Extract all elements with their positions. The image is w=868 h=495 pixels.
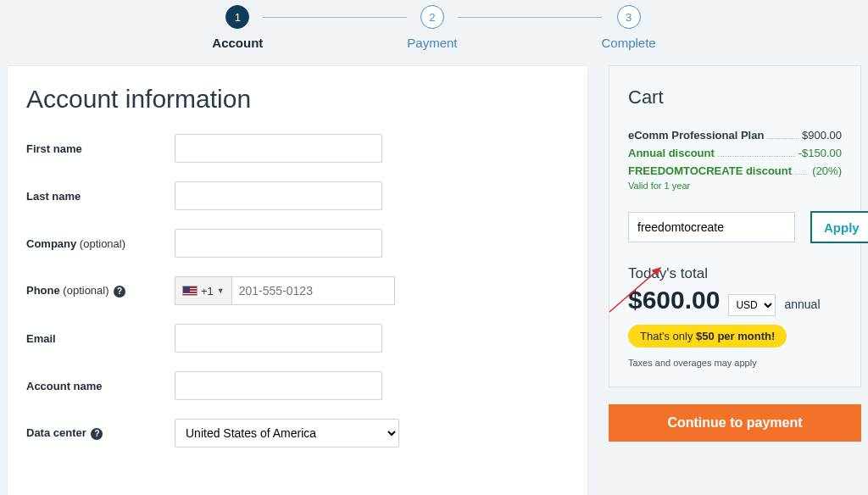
email-row: Email [26,324,569,353]
step-label: Payment [407,36,457,50]
email-input[interactable] [175,324,382,353]
first-name-input[interactable] [175,134,382,163]
promo-row: Apply [628,211,842,243]
first-name-label: First name [26,142,175,155]
company-optional: (optional) [76,237,125,250]
promo-discount-value: (20%) [812,164,842,177]
company-label-text: Company [26,237,76,250]
account-form-panel: Account information First name Last name… [7,65,588,495]
step-number: 2 [420,5,444,29]
monthly-badge: That's only $50 per month! [628,325,787,348]
account-name-input[interactable] [175,371,382,400]
phone-label: Phone (optional) ? [26,284,175,298]
data-center-label-text: Data center [26,426,86,439]
phone-group: +1 ▼ [175,276,370,305]
total-row: $600.00 USD annual [628,286,842,316]
step-complete[interactable]: 3 Complete [602,5,656,50]
cart-heading: Cart [628,86,842,108]
plan-line: eComm Professional Plan $900.00 [628,129,842,142]
currency-select[interactable]: USD [728,294,776,316]
account-name-label: Account name [26,380,175,392]
total-amount: $600.00 [628,286,720,314]
phone-country-selector[interactable]: +1 ▼ [175,276,232,305]
dotted-fill [767,129,798,139]
company-row: Company (optional) [26,229,569,258]
help-icon[interactable]: ? [91,428,103,440]
annual-discount-line: Annual discount -$150.00 [628,147,842,159]
promo-code-input[interactable] [628,212,795,242]
phone-optional: (optional) [60,284,109,297]
apply-button[interactable]: Apply [810,211,868,243]
promo-valid-note: Valid for 1 year [628,181,842,191]
total-label: Today's total [628,265,842,282]
phone-input[interactable] [232,276,395,305]
email-label: Email [26,332,175,345]
last-name-input[interactable] [175,181,382,210]
annual-discount-value: -$150.00 [798,147,842,159]
step-label: Complete [602,36,656,50]
tax-note: Taxes and overages may apply [628,358,842,368]
company-label: Company (optional) [26,237,175,250]
step-payment[interactable]: 2 Payment [407,5,457,50]
first-name-row: First name [26,134,569,163]
annual-discount-label: Annual discount [628,147,715,159]
phone-label-text: Phone [26,284,60,297]
billing-period: annual [784,298,820,311]
plan-label: eComm Professional Plan [628,129,764,142]
step-connector [263,17,407,18]
page-title: Account information [26,85,569,114]
account-name-row: Account name [26,371,569,400]
dotted-fill [795,164,809,175]
step-number: 3 [617,5,641,29]
help-icon[interactable]: ? [114,286,125,298]
badge-bold: $50 per month! [696,330,775,342]
chevron-down-icon: ▼ [217,286,225,295]
cart-panel: Cart eComm Professional Plan $900.00 Ann… [609,65,861,387]
phone-row: Phone (optional) ? +1 ▼ [26,276,569,305]
continue-button[interactable]: Continue to payment [609,404,861,442]
data-center-row: Data center ? United States of America [26,419,569,448]
plan-price: $900.00 [802,129,842,142]
dotted-fill [718,147,795,157]
company-input[interactable] [175,229,382,258]
step-label: Account [212,36,263,50]
promo-discount-line: FREEDOMTOCREATE discount (20%) [628,164,842,177]
step-number: 1 [225,5,249,29]
last-name-label: Last name [26,190,175,203]
promo-discount-label: FREEDOMTOCREATE discount [628,164,792,177]
data-center-select[interactable]: United States of America [175,419,399,448]
last-name-row: Last name [26,181,569,210]
badge-prefix: That's only [640,330,696,342]
data-center-label: Data center ? [26,426,175,440]
step-connector [458,17,602,18]
step-account[interactable]: 1 Account [212,5,263,50]
progress-stepper: 1 Account 2 Payment 3 Complete [0,0,868,50]
us-flag-icon [182,286,198,296]
phone-cc-text: +1 [201,285,214,298]
